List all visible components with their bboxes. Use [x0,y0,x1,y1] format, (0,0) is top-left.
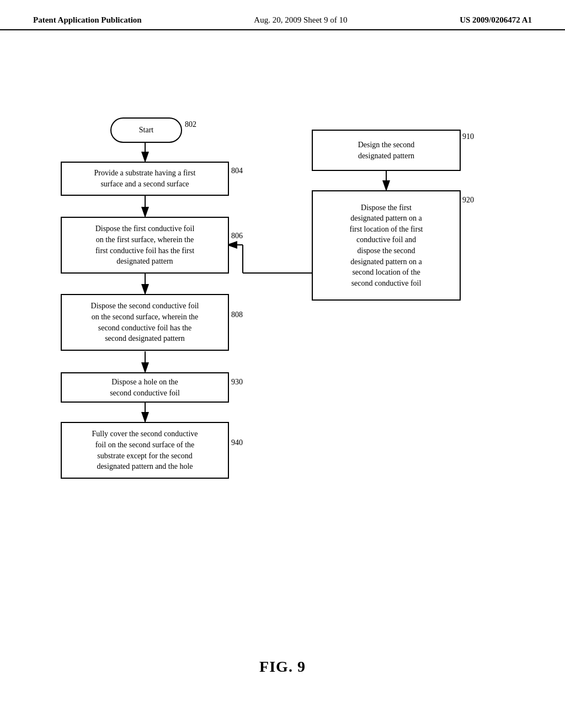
start-label: Start [139,125,153,136]
header-center: Aug. 20, 2009 Sheet 9 of 10 [254,15,347,25]
diagram: Start 802 Provide a substrate having a f… [0,36,565,687]
label-930: Dispose a hole on the second conductive … [110,377,180,398]
header-left: Patent Application Publication [33,15,142,25]
box-806: Dispose the first conductive foil on the… [61,217,229,274]
start-box: Start [110,117,182,143]
box-910: Design the second designated pattern [312,130,461,171]
label-910: Design the second designated pattern [358,140,415,161]
box-920: Dispose the first designated pattern on … [312,190,461,301]
label-940: Fully cover the second conductive foil o… [92,429,198,472]
box-804: Provide a substrate having a first surfa… [61,162,229,196]
box-808: Dispose the second conductive foil on th… [61,294,229,351]
arrows-svg [0,36,565,687]
box-930: Dispose a hole on the second conductive … [61,372,229,403]
step-806: 806 [231,232,243,240]
figure-caption: FIG. 9 [0,658,565,676]
step-808: 808 [231,311,243,319]
page-header: Patent Application Publication Aug. 20, … [0,0,565,30]
step-910: 910 [462,132,474,141]
step-920: 920 [462,196,474,205]
label-808: Dispose the second conductive foil on th… [91,301,199,344]
step-940: 940 [231,438,243,447]
step-930: 930 [231,378,243,387]
box-940: Fully cover the second conductive foil o… [61,422,229,479]
header-right: US 2009/0206472 A1 [460,15,532,25]
label-804: Provide a substrate having a first surfa… [94,168,196,189]
label-920: Dispose the first designated pattern on … [350,202,423,289]
step-802: 802 [185,120,196,129]
label-806: Dispose the first conductive foil on the… [95,223,195,266]
step-804: 804 [231,167,243,175]
